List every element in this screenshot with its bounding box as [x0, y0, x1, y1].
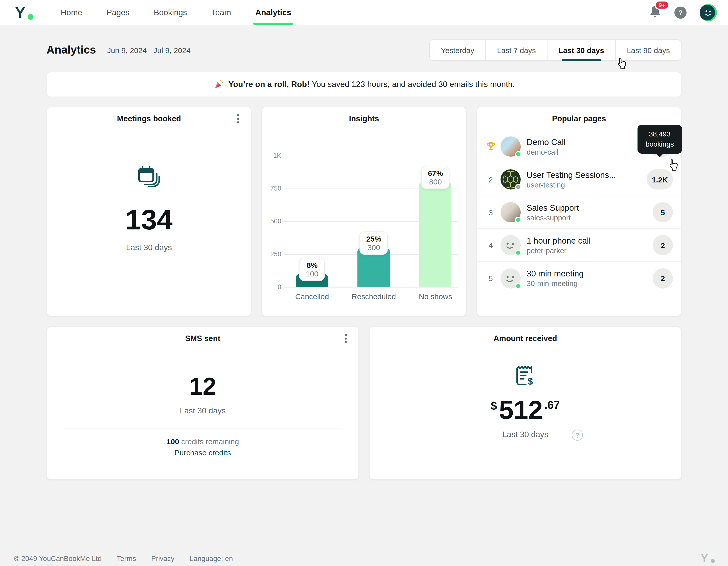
bar-label-no-shows: 67% 800: [421, 166, 450, 189]
party-popper-icon: [213, 79, 224, 90]
language-selector[interactable]: Language: en: [190, 554, 233, 562]
bookings-count-pill[interactable]: 2: [653, 268, 673, 288]
bar-label-cancelled: 8% 100: [299, 258, 325, 281]
help-button[interactable]: ?: [674, 6, 687, 18]
sms-kebab-menu[interactable]: [340, 333, 351, 344]
popular-pages-title: Popular pages: [552, 114, 606, 123]
page-header: Analytics Jun 9, 2024 - Jul 9, 2024 Yest…: [47, 39, 681, 61]
currency-symbol: $: [491, 400, 497, 413]
credits-remaining: 100 credits remaining: [47, 437, 358, 446]
meetings-caption: Last 30 days: [126, 243, 172, 252]
bookings-count-pill[interactable]: 1.2K: [647, 169, 673, 190]
popular-pages-card: Popular pages 38,493 bookings: [476, 107, 681, 316]
status-dot-online: [515, 283, 521, 289]
nav-item-pages[interactable]: Pages: [106, 0, 129, 25]
bar-label-rescheduled: 25% 300: [360, 232, 388, 255]
y-tick: 750: [265, 185, 281, 192]
terms-link[interactable]: Terms: [117, 554, 136, 562]
range-last-7-days[interactable]: Last 7 days: [485, 40, 547, 60]
nav-item-team[interactable]: Team: [211, 0, 231, 25]
amount-value-line: $ 512 .67: [491, 397, 560, 423]
banner-text: You’re on a roll, Rob! You saved 123 hou…: [229, 80, 515, 89]
sms-caption: Last 30 days: [180, 406, 225, 415]
footer: © 2049 YouCanBookMe Ltd Terms Privacy La…: [0, 550, 728, 566]
range-last-30-days[interactable]: Last 30 days: [547, 40, 615, 60]
amount-help-icon[interactable]: ?: [572, 429, 583, 441]
notifications-button[interactable]: 9+: [649, 5, 661, 20]
copyright: © 2049 YouCanBookMe Ltd: [14, 554, 102, 562]
purchase-credits-link[interactable]: Purchase credits: [47, 448, 358, 457]
bottom-card-row: SMS sent 12 Last 30 days 100 credits rem…: [47, 326, 681, 480]
top-card-row: Meetings booked 134 Last 30 days Insight…: [47, 107, 681, 316]
active-range-underline: [562, 59, 601, 61]
status-dot-online: [515, 217, 521, 223]
amount-caption: Last 30 days: [502, 430, 548, 439]
bar-cancelled[interactable]: 8% 100: [296, 274, 328, 287]
svg-text:$: $: [528, 376, 533, 386]
range-selector: Yesterday Last 7 days Last 30 days Last …: [429, 39, 681, 61]
logo-y-letter: Y: [15, 4, 25, 20]
insights-card: Insights 1K 750 500 250 0 8% 100 25%: [262, 107, 467, 316]
popular-row-phone-call[interactable]: 4 1 hour phone call peter-parker 2: [477, 229, 681, 262]
status-dot-online: [515, 250, 521, 256]
meetings-card-title: Meetings booked: [117, 114, 181, 123]
x-label-rescheduled: Rescheduled: [352, 292, 396, 301]
active-tab-underline: [253, 23, 293, 25]
receipt-icon: $: [514, 363, 537, 386]
sms-sent-card: SMS sent 12 Last 30 days 100 credits rem…: [47, 326, 359, 480]
app-logo[interactable]: Y: [15, 4, 32, 21]
divider: [63, 428, 342, 429]
sms-card-title: SMS sent: [185, 334, 220, 343]
insights-card-title: Insights: [349, 114, 379, 123]
bookings-tooltip: 38,493 bookings: [638, 125, 682, 153]
x-label-no-shows: No shows: [419, 292, 452, 301]
meetings-booked-card: Meetings booked 134 Last 30 days: [47, 107, 252, 316]
notification-badge: 9+: [655, 0, 669, 9]
bar-rescheduled[interactable]: 25% 300: [358, 248, 390, 287]
y-tick: 500: [265, 217, 281, 225]
status-dot-online: [515, 151, 521, 157]
amount-card-title: Amount received: [493, 334, 557, 343]
analytics-dashboard: Y Home Pages Bookings Team Analytics 9+ …: [0, 0, 728, 566]
bookings-count-pill[interactable]: 2: [653, 235, 673, 255]
page-title: Analytics: [47, 43, 96, 57]
nav-items: Home Pages Bookings Team Analytics: [61, 0, 291, 25]
popular-row-sales-support[interactable]: 3 Sales Support sales-support 5: [477, 196, 681, 229]
amount-cents: .67: [544, 399, 560, 412]
popular-row-30-min-meeting[interactable]: 5 30 min meeting 30-min-meeting 2: [477, 262, 681, 294]
y-tick: 0: [265, 283, 281, 290]
insights-bar-chart: 1K 750 500 250 0 8% 100 25% 300: [284, 156, 461, 287]
date-range-label: Jun 9, 2024 - Jul 9, 2024: [107, 46, 191, 54]
trophy-icon: [485, 140, 496, 151]
range-last-90-days[interactable]: Last 90 days: [615, 40, 681, 60]
sms-count: 12: [189, 372, 216, 400]
celebration-banner: You’re on a roll, Rob! You saved 123 hou…: [47, 72, 681, 97]
bar-no-shows[interactable]: 67% 800: [419, 182, 452, 287]
popular-row-user-testing[interactable]: 2 User Testing Sessions... user-test: [477, 163, 681, 196]
logo-green-dot: [28, 14, 33, 19]
x-label-cancelled: Cancelled: [295, 292, 329, 301]
footer-logo: Y: [701, 553, 716, 564]
bookings-count-pill[interactable]: 5: [653, 202, 673, 222]
y-tick: 250: [265, 250, 281, 258]
nav-item-analytics[interactable]: Analytics: [255, 0, 291, 25]
nav-right-actions: 9+ ?: [649, 4, 717, 21]
status-dot-offline: [515, 184, 521, 190]
amount-value: 512: [499, 397, 543, 423]
user-avatar[interactable]: [700, 4, 717, 21]
privacy-link[interactable]: Privacy: [151, 554, 174, 562]
nav-item-home[interactable]: Home: [61, 0, 82, 25]
range-yesterday[interactable]: Yesterday: [430, 40, 485, 60]
amount-received-card: Amount received $ $ 512 .67 Last 30 days…: [369, 326, 681, 480]
meetings-kebab-menu[interactable]: [233, 113, 244, 124]
nav-item-bookings[interactable]: Bookings: [154, 0, 187, 25]
y-tick: 1K: [265, 152, 281, 159]
top-navbar: Y Home Pages Bookings Team Analytics 9+ …: [0, 0, 728, 25]
calendar-stack-icon: [136, 165, 162, 190]
meetings-count: 134: [125, 203, 173, 236]
